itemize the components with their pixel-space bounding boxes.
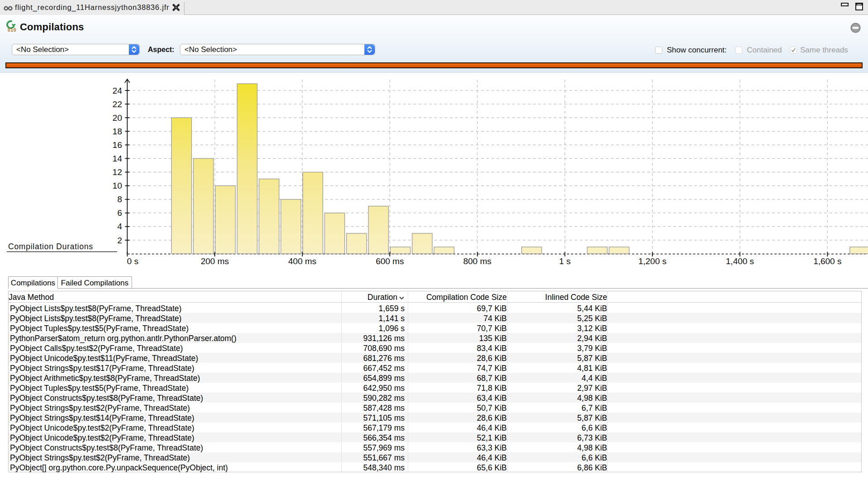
svg-text:1,200 s: 1,200 s: [638, 256, 666, 266]
svg-text:200 ms: 200 ms: [201, 256, 229, 266]
svg-text:18: 18: [113, 127, 122, 136]
svg-text:1,600 s: 1,600 s: [813, 256, 841, 266]
svg-text:1 s: 1 s: [559, 256, 571, 266]
svg-text:010: 010: [8, 28, 17, 33]
svg-text:400 ms: 400 ms: [288, 256, 316, 266]
svg-text:4: 4: [117, 222, 122, 231]
svg-text:8: 8: [117, 195, 122, 204]
svg-text:Compilation Durations: Compilation Durations: [8, 242, 93, 251]
svg-text:12: 12: [113, 167, 122, 177]
svg-text:6: 6: [117, 208, 122, 218]
svg-text:800 ms: 800 ms: [463, 256, 491, 266]
svg-text:22: 22: [113, 100, 122, 109]
svg-text:0 s: 0 s: [127, 256, 138, 266]
svg-text:10: 10: [113, 181, 122, 190]
svg-text:16: 16: [113, 140, 122, 150]
svg-text:2: 2: [117, 236, 122, 245]
svg-text:1,400 s: 1,400 s: [726, 256, 754, 266]
svg-text:14: 14: [113, 154, 123, 163]
svg-text:20: 20: [113, 113, 122, 123]
svg-text:24: 24: [113, 86, 123, 95]
svg-text:600 ms: 600 ms: [376, 256, 404, 266]
